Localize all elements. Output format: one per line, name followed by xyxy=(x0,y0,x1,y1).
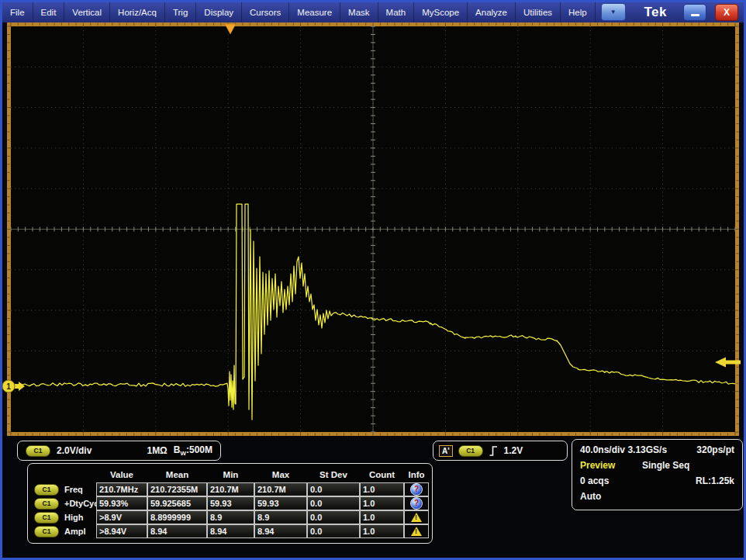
close-icon: X xyxy=(724,8,730,17)
measurement-value-cell: 1.0 xyxy=(360,524,404,538)
channel-badge-c1[interactable]: C1 xyxy=(34,512,59,524)
rising-edge-icon xyxy=(489,445,499,457)
measurement-value-cell: 1.0 xyxy=(360,496,404,510)
horizontal-readout[interactable]: 40.0ns/div 3.13GS/s 320ps/pt Preview Sin… xyxy=(572,439,743,510)
resolution: 320ps/pt xyxy=(696,444,734,455)
info-cell: ! xyxy=(404,524,429,538)
svg-text:1: 1 xyxy=(6,382,11,391)
trigger-readout[interactable]: A' C1 1.2V xyxy=(433,441,568,461)
measurement-value-cell: 59.925685 xyxy=(147,496,207,510)
measurement-value-cell: 8.9 xyxy=(207,510,254,524)
measurement-value-cell: 210.72355M xyxy=(147,482,207,496)
measurement-value-cell: 0.0 xyxy=(307,510,360,524)
measurement-panel: ValueMeanMinMaxSt DevCountInfo C1Freq210… xyxy=(27,463,433,544)
header-spacer xyxy=(31,466,96,482)
measurement-value-cell: 59.93 xyxy=(254,496,307,510)
measurement-value-cell: 8.94 xyxy=(254,524,307,538)
input-impedance: 1MΩ xyxy=(147,445,167,456)
record-length: RL:1.25k xyxy=(696,475,734,486)
menu-bar: FileEditVerticalHoriz/AcqTrigDisplayCurs… xyxy=(2,2,744,22)
timebase: 40.0ns/div xyxy=(580,444,625,455)
info-cell: ? xyxy=(404,496,429,510)
measurement-row-ampl: C1Ampl>8.94V8.948.948.940.01.0! xyxy=(31,524,429,538)
measurement-value-cell: 1.0 xyxy=(360,510,404,524)
measurement-value-cell: 8.94 xyxy=(147,524,207,538)
menu-item-cursors[interactable]: Cursors xyxy=(242,2,289,22)
measurement-name: +DtyCyc xyxy=(64,499,98,508)
measurement-label: C1Freq xyxy=(31,482,96,496)
channel-badge-c1[interactable]: C1 xyxy=(34,484,59,496)
menu-item-trig[interactable]: Trig xyxy=(165,2,196,22)
measurement-value-cell: 210.7M xyxy=(254,482,307,496)
tek-logo: Tek xyxy=(644,5,667,20)
acquisition-count: 0 acqs xyxy=(580,475,609,486)
close-button[interactable]: X xyxy=(715,4,738,21)
waveform-display: 1 xyxy=(7,22,739,436)
warning-icon[interactable]: ! xyxy=(411,513,422,522)
column-header-info: Info xyxy=(404,466,429,482)
menu-items: FileEditVerticalHoriz/AcqTrigDisplayCurs… xyxy=(2,2,596,22)
measurement-value-cell: 59.93% xyxy=(96,496,147,510)
menu-item-horizacq[interactable]: Horiz/Acq xyxy=(110,2,165,22)
measurement-name: High xyxy=(64,513,83,522)
preview-status: Preview xyxy=(580,460,642,471)
measurement-value-cell: 59.93 xyxy=(207,496,254,510)
statistics-info-icon[interactable]: ? xyxy=(410,497,423,510)
menu-item-vertical[interactable]: Vertical xyxy=(64,2,110,22)
statistics-info-icon[interactable]: ? xyxy=(410,483,423,496)
bandwidth-readout: BW:500M xyxy=(174,444,212,457)
trigger-level: 1.2V xyxy=(504,445,523,456)
measurement-value-cell: 0.0 xyxy=(307,496,360,510)
measurement-row-dtycyc: C1+DtyCyc59.93%59.92568559.9359.930.01.0… xyxy=(31,496,429,510)
menu-item-edit[interactable]: Edit xyxy=(33,2,65,22)
sample-rate: 3.13GS/s xyxy=(627,444,667,455)
minimize-icon xyxy=(691,14,699,16)
trigger-source-badge: A' xyxy=(439,445,453,457)
measurement-value-cell: 0.0 xyxy=(307,524,360,538)
column-header-stdev: St Dev xyxy=(307,466,360,482)
measurement-label: C1+DtyCyc xyxy=(31,496,96,510)
oscilloscope-screen: FileEditVerticalHoriz/AcqTrigDisplayCurs… xyxy=(0,0,746,560)
measurement-value-cell: 8.9 xyxy=(254,510,307,524)
acquisition-mode: Single Seq xyxy=(642,460,689,471)
measurement-name: Ampl xyxy=(64,527,86,536)
column-header-mean: Mean xyxy=(147,466,207,482)
measurement-value-cell: >8.9V xyxy=(96,510,147,524)
vertical-readout[interactable]: C1 2.0V/div 1MΩ BW:500M xyxy=(17,441,221,461)
info-cell: ? xyxy=(404,482,429,496)
measurement-row-freq: C1Freq210.7MHz210.72355M210.7M210.7M0.01… xyxy=(31,482,429,496)
channel-badge-c1[interactable]: C1 xyxy=(34,526,59,538)
menu-item-display[interactable]: Display xyxy=(196,2,242,22)
vertical-scale: 2.0V/div xyxy=(57,445,92,456)
column-header-value: Value xyxy=(96,466,147,482)
menu-item-analyze[interactable]: Analyze xyxy=(468,2,516,22)
measurement-rows: C1Freq210.7MHz210.72355M210.7M210.7M0.01… xyxy=(31,482,429,538)
menu-item-myscope[interactable]: MyScope xyxy=(414,2,468,22)
menu-item-math[interactable]: Math xyxy=(378,2,415,22)
menu-overflow-button[interactable]: ▼ xyxy=(601,3,626,21)
menu-item-utilities[interactable]: Utilities xyxy=(516,2,561,22)
menu-item-measure[interactable]: Measure xyxy=(289,2,340,22)
column-header-max: Max xyxy=(254,466,307,482)
minimize-button[interactable] xyxy=(683,4,706,21)
measurement-value-cell: >8.94V xyxy=(96,524,147,538)
channel-badge-c1[interactable]: C1 xyxy=(26,445,50,457)
measurement-value-cell: 8.94 xyxy=(207,524,254,538)
measurement-row-high: C1High>8.9V8.89999998.98.90.01.0! xyxy=(31,510,429,524)
measurement-value-cell: 210.7M xyxy=(207,482,254,496)
measurement-value-cell: 210.7MHz xyxy=(96,482,147,496)
measurement-value-cell: 0.0 xyxy=(307,482,360,496)
menu-item-help[interactable]: Help xyxy=(561,2,596,22)
menu-item-mask[interactable]: Mask xyxy=(340,2,378,22)
trigger-mode: Auto xyxy=(580,491,601,502)
menu-item-file[interactable]: File xyxy=(2,2,33,22)
column-header-min: Min xyxy=(207,466,254,482)
warning-icon[interactable]: ! xyxy=(411,527,422,536)
trigger-channel-badge[interactable]: C1 xyxy=(458,445,483,457)
info-cell: ! xyxy=(404,510,429,524)
measurement-value-cell: 1.0 xyxy=(360,482,404,496)
measurement-label: C1Ampl xyxy=(31,524,96,538)
channel-badge-c1[interactable]: C1 xyxy=(34,498,59,510)
column-header-count: Count xyxy=(360,466,404,482)
readout-area: C1 2.0V/div 1MΩ BW:500M A' C1 1.2V 40.0n… xyxy=(2,436,744,558)
